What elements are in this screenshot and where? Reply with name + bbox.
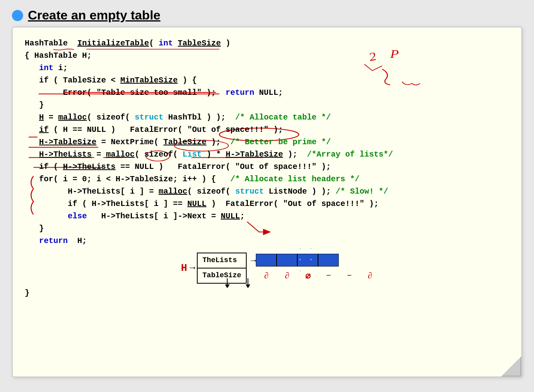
- cell-0: [256, 254, 277, 267]
- listnode: ListNode ) );: [264, 187, 336, 196]
- kw-return-1: return: [226, 88, 254, 97]
- param-tablesize: TableSize: [178, 39, 221, 48]
- return-null: [216, 88, 226, 97]
- brace-open: { HashTable H;: [25, 51, 92, 60]
- h-arrow: →: [190, 261, 195, 275]
- final-close-brace: }: [25, 288, 29, 298]
- code-line-6: }: [25, 99, 509, 111]
- null-kw: NULL: [187, 199, 206, 208]
- cell-last: [318, 254, 339, 267]
- h-thelists-2: H->TheLists: [63, 162, 116, 171]
- eq-malloc-2: =: [92, 150, 106, 159]
- code-line-9: H->TableSize = NextPrime( TableSize ); /…: [25, 136, 509, 148]
- assign-eq: =: [44, 113, 58, 122]
- blue-dot-icon: [12, 10, 23, 21]
- null-val-1: NULL;: [254, 88, 283, 97]
- kw-return-2: return: [39, 236, 68, 245]
- sizeof-list: ( sizeof(: [135, 150, 178, 159]
- h-thelists: H->TheLists: [39, 150, 92, 159]
- cell-1: [277, 254, 297, 267]
- null-dash2: —: [339, 270, 359, 280]
- comment-slow: /* Slow! */: [336, 187, 388, 196]
- malloc-3: malloc: [159, 187, 187, 196]
- array-close: );: [283, 150, 307, 159]
- array-arrow: →: [251, 254, 256, 268]
- nextprime-close: );: [206, 137, 230, 147]
- null-dash1: —: [318, 270, 339, 280]
- code-line-18: }: [25, 287, 509, 299]
- code-line-15: else H->TheLists[ i ]->Next = NULL;: [25, 210, 509, 222]
- fatalerror-2: ) FatalError( "Out of space!!!" );: [206, 199, 379, 208]
- var-i: i;: [53, 63, 68, 73]
- null-val-2: NULL: [221, 212, 240, 221]
- sizeof-listnode: ( sizeof(: [187, 187, 235, 196]
- tablesize-param: TableSize: [163, 137, 206, 147]
- code-line-7: H = malloc( sizeof( struct HashTbl ) ); …: [25, 111, 509, 123]
- eq-nextprime: = NextPrime(: [96, 137, 163, 147]
- if-stmt: if ( TableSize <: [39, 76, 120, 85]
- page-title-area: Create an empty table: [8, 8, 526, 23]
- null-drawings: ∂ ∂ ⌀ — — ∂: [256, 269, 380, 282]
- diagram-line: H → TheLists TableSize →: [25, 249, 509, 284]
- code-line-2: { HashTable H;: [25, 49, 509, 62]
- h-tablesize-2: H->TableSize: [226, 150, 283, 159]
- code-block: HashTable InitializeTable( int TableSize…: [25, 37, 509, 299]
- if-close: ) {: [178, 76, 197, 85]
- error-call: Error( "Table size too small" );: [63, 88, 216, 97]
- if-h-null: if: [39, 125, 49, 134]
- for-stmt: for( i = 0; i < H->TableSize; i++ ) {: [39, 174, 230, 184]
- h-diagram-label: H: [181, 260, 187, 276]
- code-card: 2 P HashTable InitializeTable( int Table…: [12, 27, 522, 377]
- malloc-1: malloc: [58, 113, 87, 122]
- code-line-11: if ( H->TheLists == NULL ) FatalError( "…: [25, 161, 509, 173]
- code-line-3: int i;: [25, 62, 509, 74]
- null-2: ⌀: [297, 269, 318, 282]
- return-h: H;: [68, 236, 87, 245]
- array-cells: · · · · ·: [256, 254, 339, 267]
- thelists-assign: H->TheLists[ i ] =: [68, 187, 159, 196]
- kw-struct-2: struct: [235, 187, 264, 196]
- code-line-5: Error( "Table size too small" ); return …: [25, 86, 509, 99]
- diagram-area: H → TheLists TableSize →: [181, 253, 380, 284]
- close-paren: ): [221, 39, 230, 48]
- code-line-13: H->TheLists[ i ] = malloc( sizeof( struc…: [25, 185, 509, 198]
- kw-struct-1: struct: [135, 113, 163, 122]
- code-line-14: if ( H->TheLists[ i ] == NULL ) FatalErr…: [25, 198, 509, 210]
- struct-box: TheLists TableSize: [197, 253, 247, 284]
- sizeof-1: ( sizeof(: [87, 113, 135, 122]
- code-line-4: if ( TableSize < MinTableSize ) {: [25, 74, 509, 86]
- comment-allocate: /* Allocate table */: [235, 113, 331, 122]
- kw-int-1: int: [159, 39, 173, 48]
- comment-prime: /* Better be prime */: [230, 137, 331, 147]
- fn-paren: (: [149, 39, 159, 48]
- null-3: ∂: [359, 269, 380, 282]
- close-brace-2: }: [39, 224, 44, 233]
- param: [173, 39, 178, 48]
- struct-row-thelists: TheLists: [198, 253, 246, 269]
- list-type: List: [178, 150, 202, 159]
- if-h-content: ( H == NULL ) FatalError( "Out of space!…: [49, 125, 283, 134]
- code-line-17: return H;: [25, 235, 509, 247]
- code-line-10: H->TheLists = malloc( sizeof( List ) * H…: [25, 148, 509, 161]
- array-visual: · · · · · ∂ ∂ ⌀ — — ∂: [256, 254, 380, 282]
- semicolon-15: ;: [240, 212, 245, 221]
- code-line-16: }: [25, 222, 509, 235]
- h-tablesize: H->TableSize: [39, 137, 96, 147]
- if-inner: if ( H->TheLists[ i ] ==: [68, 199, 187, 208]
- fn-initialize: InitializeTable: [77, 39, 149, 48]
- h-assign: H: [39, 113, 44, 122]
- null-check: == NULL ) FatalError( "Out of space!!!" …: [116, 162, 331, 171]
- comment-headers: /* Allocate list headers */: [230, 174, 359, 184]
- code-line-8: if ( H == NULL ) FatalError( "Out of spa…: [25, 123, 509, 136]
- kw-int-2: int: [39, 63, 53, 73]
- struct-row-tablesize: TableSize: [198, 269, 246, 283]
- code-line-12: for( i = 0; i < H->TableSize; i++ ) { /*…: [25, 173, 509, 185]
- if-thelists: if (: [39, 162, 63, 171]
- comment-array: /*Array of lists*/: [307, 150, 393, 159]
- fold-corner: [501, 357, 521, 376]
- null-0: ∂: [256, 269, 277, 282]
- code-line-1: HashTable InitializeTable( int TableSize…: [25, 37, 509, 49]
- next-null: H->TheLists[ i ]->Next =: [87, 212, 221, 221]
- hashtbl: HashTbl ) );: [163, 113, 235, 122]
- mintablesize: MinTableSize: [120, 76, 178, 85]
